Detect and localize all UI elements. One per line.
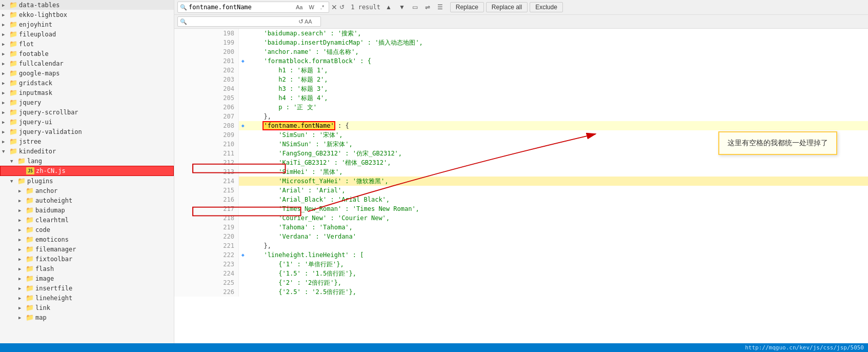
line-content: 'Courier_New' : 'Courier New', — [247, 213, 868, 223]
code-editor[interactable]: 198 'baidumap.search' : '搜索',199 'baidum… — [174, 29, 868, 343]
line-number: 211 — [174, 149, 239, 158]
folder-icon: 📁 — [9, 30, 17, 38]
sidebar-item-anchor[interactable]: ▶ 📁 anchor — [0, 186, 174, 195]
prev-result-button[interactable]: ▲ — [382, 2, 395, 12]
table-row: 219 'Tahoma' : 'Tahoma', — [174, 223, 868, 232]
code-string: {'1' : '单倍行距'}, — [249, 261, 344, 268]
sidebar-item-inputmask[interactable]: ▶ 📁 inputmask — [0, 88, 174, 97]
sidebar-item-lang[interactable]: ▼ 📁 lang — [0, 156, 174, 166]
sidebar-item-insertfile[interactable]: ▶ 📁 insertfile — [0, 283, 174, 293]
tree-label: data-tables — [19, 2, 59, 9]
line-number: 221 — [174, 241, 239, 250]
line-number: 220 — [174, 232, 239, 241]
folder-icon: 📁 — [9, 118, 17, 126]
filter-button[interactable]: ☰ — [434, 2, 446, 12]
code-string: 'Courier_New' : 'Courier New', — [249, 214, 390, 222]
tree-arrow: ▶ — [2, 3, 9, 8]
sidebar-item-zh-CN.js[interactable]: JS zh-CN.js — [0, 166, 174, 176]
folder-icon: 📁 — [9, 40, 17, 48]
line-number: 203 — [174, 75, 239, 84]
search-close-button[interactable]: ✕ — [331, 3, 337, 11]
table-row: 203 h2 : '标题 2', — [174, 75, 868, 84]
sidebar-item-baidumap[interactable]: ▶ 📁 baidumap — [0, 205, 174, 215]
regex-button[interactable]: .* — [318, 3, 327, 11]
replace-size-button[interactable]: AA — [305, 18, 312, 25]
line-marker — [239, 260, 247, 269]
tree-label: map — [35, 314, 47, 321]
sidebar-item-code[interactable]: ▶ 📁 code — [0, 225, 174, 234]
tree-arrow: ▶ — [18, 286, 26, 291]
table-row: 198 'baidumap.search' : '搜索', — [174, 29, 868, 38]
replace-refresh-button[interactable]: ↺ — [298, 18, 304, 25]
line-number: 198 — [174, 29, 239, 38]
sidebar-item-jstree[interactable]: ▶ 📁 jstree — [0, 136, 174, 146]
sidebar-item-fixtoolbar[interactable]: ▶ 📁 fixtoolbar — [0, 254, 174, 264]
sidebar-item-jquery-validation[interactable]: ▶ 📁 jquery-validation — [0, 127, 174, 136]
line-content: 'baidumap.insertDynamicMap' : '插入动态地图', — [247, 38, 868, 47]
tree-arrow: ▼ — [2, 149, 9, 154]
sidebar-item-footable[interactable]: ▶ 📁 footable — [0, 49, 174, 58]
match-case-button[interactable]: Aa — [293, 3, 305, 11]
sidebar-item-clearhtml[interactable]: ▶ 📁 clearhtml — [0, 215, 174, 225]
table-row: 205 h4 : '标题 4', — [174, 93, 868, 103]
search-input[interactable] — [189, 4, 291, 11]
table-row: 226 {'2.5' : '2.5倍行距'}, — [174, 287, 868, 297]
sidebar-item-fileupload[interactable]: ▶ 📁 fileupload — [0, 29, 174, 39]
sidebar-item-flash[interactable]: ▶ 📁 flash — [0, 264, 174, 273]
sidebar-item-plugins[interactable]: ▼ 📁 plugins — [0, 176, 174, 186]
tree-arrow: ▶ — [18, 218, 26, 223]
line-marker — [239, 195, 247, 204]
sidebar-item-fullcalendar[interactable]: ▶ 📁 fullcalendar — [0, 58, 174, 68]
tree-arrow: ▶ — [18, 247, 26, 252]
sidebar-item-jquery[interactable]: ▶ 📁 jquery — [0, 97, 174, 107]
sidebar-item-jquery-ui[interactable]: ▶ 📁 jquery-ui — [0, 117, 174, 127]
sidebar-item-data-tables[interactable]: ▶ 📁 data-tables — [0, 0, 174, 10]
annotation-text: 这里有空格的我都统一处理掉了 — [728, 139, 828, 147]
tree-label: insertfile — [35, 285, 72, 292]
sidebar-item-ekko-lightbox[interactable]: ▶ 📁 ekko-lightbox — [0, 10, 174, 19]
line-number: 209 — [174, 130, 239, 140]
replace-all-button[interactable]: Replace all — [486, 2, 528, 12]
result-count: 1 result — [351, 4, 380, 11]
sidebar-item-lineheight[interactable]: ▶ 📁 lineheight — [0, 293, 174, 303]
tree-label: image — [35, 275, 54, 282]
sidebar-item-jquery-scrollbar[interactable]: ▶ 📁 jquery-scrollbar — [0, 107, 174, 117]
whole-word-button[interactable]: W — [306, 3, 316, 11]
exclude-button[interactable]: Exclude — [530, 2, 563, 12]
sidebar-item-kindeditor[interactable]: ▼ 📁 kindeditor — [0, 146, 174, 156]
folder-icon: 📁 — [9, 89, 17, 96]
action-buttons: Replace Replace all Exclude — [450, 2, 563, 12]
sidebar-item-autoheight[interactable]: ▶ 📁 autoheight — [0, 195, 174, 205]
replace-button[interactable]: Replace — [450, 2, 484, 12]
tree-label: clearhtml — [35, 217, 69, 224]
folder-icon: 📁 — [26, 275, 34, 282]
sidebar-item-flot[interactable]: ▶ 📁 flot — [0, 39, 174, 49]
tree-label: enjoyhint — [19, 21, 52, 28]
search-refresh-button[interactable]: ↺ — [339, 4, 345, 11]
sidebar-item-emoticons[interactable]: ▶ 📁 emoticons — [0, 234, 174, 244]
code-string: 'NSimSun' : '新宋体', — [249, 141, 353, 148]
tree-arrow: ▶ — [2, 51, 9, 56]
search-input-group: 🔍 Aa W .* — [177, 2, 329, 13]
annotation-box: 这里有空格的我都统一处理掉了 — [718, 131, 837, 155]
folder-icon: 📁 — [26, 216, 34, 224]
sidebar-item-image[interactable]: ▶ 📁 image — [0, 273, 174, 283]
replace-input[interactable] — [189, 18, 296, 25]
toggle-wrap-button[interactable]: ⇌ — [422, 2, 433, 12]
folder-icon: 📁 — [17, 177, 26, 185]
next-result-button[interactable]: ▼ — [396, 2, 408, 12]
status-url: http://mqguo.cn/kev/js/css/jsp/5050 — [745, 344, 864, 351]
line-content: h1 : '标题 1', — [247, 66, 868, 75]
toggle-view-button[interactable]: ▭ — [409, 2, 421, 12]
code-table: 198 'baidumap.search' : '搜索',199 'baidum… — [174, 29, 868, 297]
sidebar-item-google-maps[interactable]: ▶ 📁 google-maps — [0, 68, 174, 78]
table-row: 220 'Verdana' : 'Verdana' — [174, 232, 868, 241]
code-string: 'SimHei' : '黑体', — [249, 168, 343, 175]
sidebar-item-filemanager[interactable]: ▶ 📁 filemanager — [0, 244, 174, 254]
sidebar-item-map[interactable]: ▶ 📁 map — [0, 312, 174, 322]
sidebar-item-gridstack[interactable]: ▶ 📁 gridstack — [0, 78, 174, 88]
line-marker — [239, 223, 247, 232]
sidebar-item-enjoyhint[interactable]: ▶ 📁 enjoyhint — [0, 19, 174, 29]
sidebar-item-link[interactable]: ▶ 📁 link — [0, 303, 174, 312]
line-number: 207 — [174, 112, 239, 121]
